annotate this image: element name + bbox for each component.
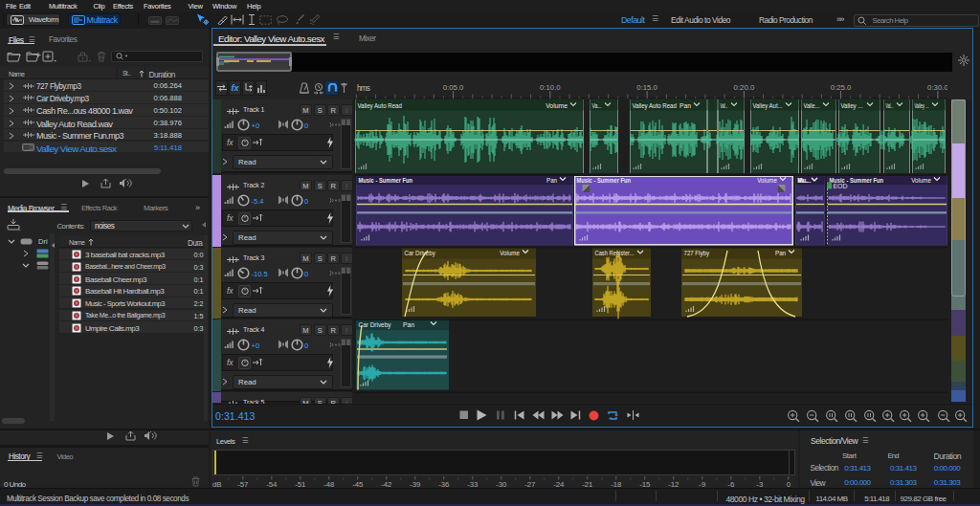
svg-text:727 Flyby: 727 Flyby: [684, 249, 710, 257]
svg-text:Valley ...: Valley ...: [841, 101, 863, 110]
svg-text:Mu...: Mu...: [798, 176, 812, 185]
svg-text:Valley ...: Valley ...: [915, 101, 929, 110]
svg-text:0:15.0: 0:15.0: [636, 83, 657, 92]
svg-text:Pan: Pan: [775, 249, 786, 257]
svg-text:Car Driveby: Car Driveby: [359, 320, 391, 329]
svg-text:Val...: Val...: [886, 101, 894, 110]
svg-text:0:20.0: 0:20.0: [734, 83, 755, 92]
svg-text:Pan: Pan: [546, 176, 557, 185]
svg-text:Valley Auto Read: Valley Auto Read: [633, 101, 677, 110]
svg-text:Volume: Volume: [911, 176, 931, 185]
svg-text:Pan: Pan: [403, 320, 414, 329]
svg-text:Volume: Volume: [546, 101, 568, 110]
svg-text:Vall...: Vall...: [721, 101, 728, 110]
svg-text:0:10.0: 0:10.0: [540, 83, 561, 92]
svg-text:Cash Register...: Cash Register...: [595, 249, 635, 257]
svg-text:Valley Aut...: Valley Aut...: [753, 101, 783, 110]
svg-text:Car Driveby: Car Driveby: [405, 249, 436, 257]
svg-text:0:05.0: 0:05.0: [443, 83, 464, 92]
svg-text:Music - Summer Fun: Music - Summer Fun: [577, 176, 632, 185]
svg-text:Volume: Volume: [757, 176, 777, 185]
svg-text:Volume: Volume: [500, 249, 520, 257]
svg-text:Valley Auto Read: Valley Auto Read: [358, 101, 402, 110]
svg-text:Valle...: Valle...: [804, 101, 820, 110]
svg-text:EOD: EOD: [834, 182, 848, 190]
svg-text:0:25.0: 0:25.0: [831, 83, 852, 92]
svg-text:0:30.0: 0:30.0: [927, 83, 947, 92]
svg-text:Music - Summer Fun: Music - Summer Fun: [359, 176, 413, 185]
svg-text:Va...: Va...: [592, 101, 602, 110]
svg-text:Pan: Pan: [679, 101, 691, 110]
